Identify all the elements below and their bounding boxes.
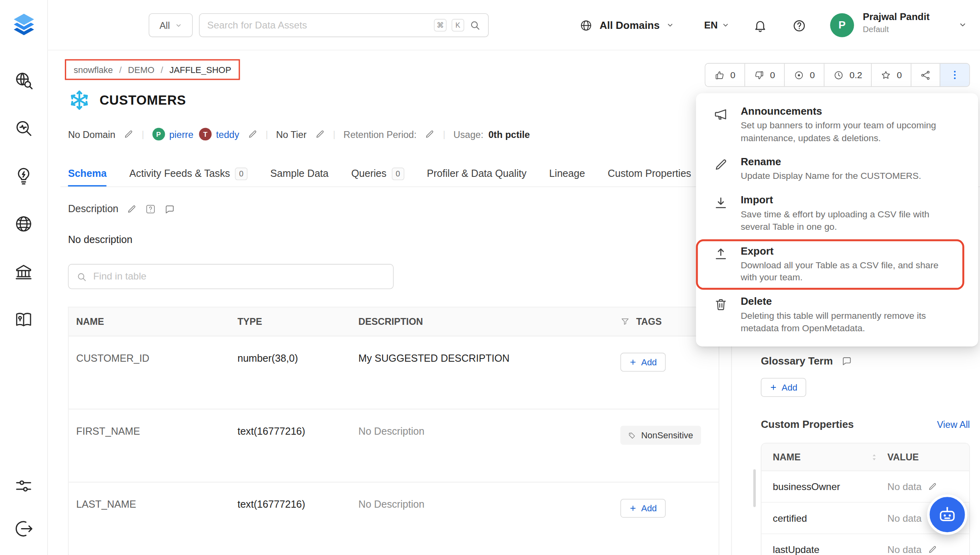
chevron-down-icon xyxy=(175,22,182,28)
share-button[interactable] xyxy=(911,64,940,87)
sidebar-item-glossary[interactable] xyxy=(13,309,34,330)
star-button[interactable]: 0 xyxy=(871,64,911,87)
view-all-link[interactable]: View All xyxy=(937,419,970,430)
sidebar-item-explore[interactable] xyxy=(13,69,34,91)
sidebar-item-settings[interactable] xyxy=(13,475,34,496)
global-search-input[interactable] xyxy=(207,20,429,31)
shortcut-k-key: K xyxy=(452,19,464,31)
upvote-button[interactable]: 0 xyxy=(705,64,744,87)
tab-sample-data[interactable]: Sample Data xyxy=(270,161,328,186)
column-tags: NonSensitive xyxy=(613,426,719,445)
downvote-button[interactable]: 0 xyxy=(744,64,784,87)
comment-icon[interactable] xyxy=(842,356,852,367)
more-actions-button[interactable] xyxy=(940,64,969,87)
header-type[interactable]: TYPE xyxy=(230,316,351,327)
scrollbar-thumb[interactable] xyxy=(753,469,756,507)
sidebar-item-domains[interactable] xyxy=(13,213,34,234)
breadcrumb-item[interactable]: snowflake xyxy=(74,65,113,75)
edit-description-icon[interactable] xyxy=(127,204,137,214)
add-tag-button[interactable]: Add xyxy=(620,353,666,372)
pencil-icon[interactable] xyxy=(928,482,937,492)
request-description-icon[interactable] xyxy=(145,203,156,215)
menu-item-import[interactable]: ImportSave time & effort by uploading a … xyxy=(696,188,978,239)
header-description[interactable]: DESCRIPTION xyxy=(351,316,613,327)
filter-icon[interactable] xyxy=(620,317,630,326)
description-header: Description xyxy=(68,203,175,215)
tab-profiler-data-quality[interactable]: Profiler & Data Quality xyxy=(427,161,526,186)
tab-custom-properties[interactable]: Custom Properties xyxy=(608,161,691,186)
owner-link[interactable]: pierre xyxy=(169,129,193,140)
openmetadata-logo-icon xyxy=(10,11,37,38)
owner-pierre[interactable]: Ppierre xyxy=(152,128,194,140)
version-button[interactable]: 0.2 xyxy=(824,64,871,87)
user-avatar[interactable]: P xyxy=(830,13,854,37)
add-glossary-term-button[interactable]: Add xyxy=(761,378,806,397)
import-icon xyxy=(714,196,728,233)
menu-item-announcements[interactable]: AnnouncementsSet up banners to inform yo… xyxy=(696,99,978,150)
more-actions-menu: AnnouncementsSet up banners to inform yo… xyxy=(696,93,978,346)
find-in-table-input[interactable] xyxy=(93,271,385,282)
schema-table-header: NAME TYPE DESCRIPTION TAGS xyxy=(69,308,719,336)
table-row: FIRST_NAMEtext(16777216)No DescriptionNo… xyxy=(69,409,719,482)
stat-value: 0 xyxy=(897,70,902,80)
edit-owners-icon[interactable] xyxy=(247,129,257,139)
column-description: No Description xyxy=(351,499,613,510)
comment-icon[interactable] xyxy=(164,204,175,215)
sidebar-item-govern[interactable] xyxy=(13,261,34,282)
menu-item-title: Announcements xyxy=(741,105,948,117)
chat-bot-button[interactable] xyxy=(927,494,968,535)
menu-item-rename[interactable]: RenameUpdate Display Name for the CUSTOM… xyxy=(696,150,978,188)
edit-domain-icon[interactable] xyxy=(124,129,134,139)
tag-chip[interactable]: NonSensitive xyxy=(620,426,701,445)
add-tag-button[interactable]: Add xyxy=(620,499,666,518)
menu-item-delete[interactable]: DeleteDeleting this table will permanent… xyxy=(696,290,978,340)
chevron-down-icon[interactable] xyxy=(959,21,967,29)
sidebar-item-insights[interactable] xyxy=(13,165,34,186)
sidebar-nav xyxy=(13,69,34,330)
cp-header-name[interactable]: NAME xyxy=(761,452,887,462)
shortcut-cmd-key: ⌘ xyxy=(434,19,446,31)
edit-tier-icon[interactable] xyxy=(315,129,325,139)
snowflake-icon xyxy=(68,89,91,111)
chevron-down-icon xyxy=(666,21,674,29)
app-logo[interactable] xyxy=(10,11,37,40)
entity-header: CUSTOMERS xyxy=(68,89,186,111)
property-value: No data xyxy=(887,544,969,555)
views-button[interactable]: 0 xyxy=(784,64,824,87)
find-in-table[interactable] xyxy=(68,264,394,289)
pencil-icon[interactable] xyxy=(928,545,937,555)
menu-item-text: ExportDownload all your Table as a CSV f… xyxy=(741,245,948,284)
search-scope-select[interactable]: All xyxy=(149,13,193,37)
help-button[interactable] xyxy=(791,18,808,34)
owner-teddy[interactable]: Tteddy xyxy=(199,128,239,140)
header-name[interactable]: NAME xyxy=(69,316,230,327)
sidebar-item-logout[interactable] xyxy=(13,518,34,539)
user-menu[interactable]: Prajwal Pandit Default xyxy=(863,11,929,34)
menu-item-description: Set up banners to inform your team of up… xyxy=(741,120,948,144)
target-icon xyxy=(794,70,804,81)
table-row: CUSTOMER_IDnumber(38,0)My SUGGESTED DESC… xyxy=(69,336,719,409)
breadcrumb-item[interactable]: JAFFLE_SHOP xyxy=(170,65,231,75)
language-label: EN xyxy=(704,20,718,31)
divider: | xyxy=(265,129,268,139)
global-search[interactable]: ⌘ K xyxy=(199,13,489,37)
breadcrumb-item[interactable]: DEMO xyxy=(128,65,154,75)
schema-table-body: CUSTOMER_IDnumber(38,0)My SUGGESTED DESC… xyxy=(69,336,719,555)
tab-lineage[interactable]: Lineage xyxy=(549,161,585,186)
menu-item-export[interactable]: ExportDownload all your Table as a CSV f… xyxy=(696,239,964,290)
domains-select[interactable]: All Domains xyxy=(579,0,674,51)
sidebar-item-observability[interactable] xyxy=(13,117,34,138)
custom-properties-table-header: NAME VALUE xyxy=(761,444,969,471)
search-icon[interactable] xyxy=(469,20,480,31)
settings-icon xyxy=(14,476,34,496)
divider: | xyxy=(142,129,144,139)
tab-schema[interactable]: Schema xyxy=(68,161,107,186)
edit-retention-icon[interactable] xyxy=(425,129,435,139)
tab-activity-feeds-tasks[interactable]: Activity Feeds & Tasks0 xyxy=(130,161,248,186)
owner-link[interactable]: teddy xyxy=(216,129,239,140)
tab-queries[interactable]: Queries0 xyxy=(351,161,404,186)
sort-icon[interactable] xyxy=(870,453,879,462)
notifications-button[interactable] xyxy=(752,18,768,34)
cp-header-name-label: NAME xyxy=(773,452,800,462)
language-select[interactable]: EN xyxy=(704,0,729,51)
